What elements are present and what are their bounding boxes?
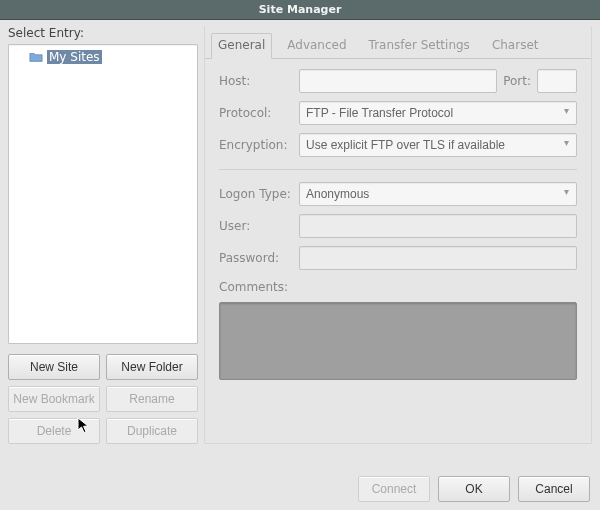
delete-button[interactable]: Delete [8,418,100,444]
left-button-grid: New Site New Folder New Bookmark Rename … [8,354,198,444]
window-body: Select Entry: My Sites New Site New Fold… [0,20,600,510]
select-entry-label: Select Entry: [8,26,198,40]
host-input[interactable] [299,69,497,93]
new-site-button[interactable]: New Site [8,354,100,380]
encryption-select[interactable] [299,133,577,157]
separator [219,169,577,170]
dialog-footer: Connect OK Cancel [358,476,590,502]
folder-icon [29,50,43,64]
tab-bar: General Advanced Transfer Settings Chars… [205,26,591,59]
logon-type-label: Logon Type: [219,187,293,201]
logon-type-select[interactable] [299,182,577,206]
tree-root-label: My Sites [47,50,102,64]
protocol-label: Protocol: [219,106,293,120]
user-input [299,214,577,238]
left-pane: Select Entry: My Sites New Site New Fold… [8,26,198,444]
password-input [299,246,577,270]
protocol-select[interactable] [299,101,577,125]
tab-charset[interactable]: Charset [485,33,546,59]
window-title: Site Manager [259,3,342,16]
tab-advanced[interactable]: Advanced [280,33,353,59]
general-form: Host: Port: Protocol: Encryption: [205,59,591,386]
comments-label: Comments: [219,280,577,294]
rename-button[interactable]: Rename [106,386,198,412]
new-folder-button[interactable]: New Folder [106,354,198,380]
new-bookmark-button[interactable]: New Bookmark [8,386,100,412]
window-titlebar: Site Manager [0,0,600,20]
connect-button[interactable]: Connect [358,476,430,502]
site-tree[interactable]: My Sites [8,44,198,344]
comments-textarea[interactable] [219,302,577,380]
right-pane: General Advanced Transfer Settings Chars… [204,26,592,444]
port-input[interactable] [537,69,577,93]
tree-root-item[interactable]: My Sites [27,49,193,65]
tab-transfer-settings[interactable]: Transfer Settings [362,33,477,59]
port-label: Port: [503,74,531,88]
password-label: Password: [219,251,293,265]
user-label: User: [219,219,293,233]
encryption-label: Encryption: [219,138,293,152]
ok-button[interactable]: OK [438,476,510,502]
host-label: Host: [219,74,293,88]
duplicate-button[interactable]: Duplicate [106,418,198,444]
tab-general[interactable]: General [211,33,272,59]
cancel-button[interactable]: Cancel [518,476,590,502]
